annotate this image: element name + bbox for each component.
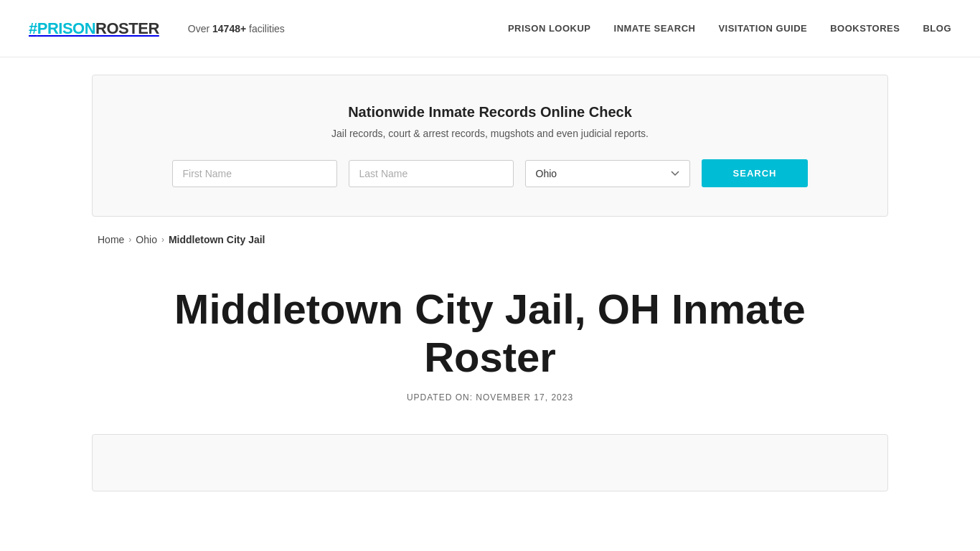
updated-label: UPDATED ON: NOVEMBER 17, 2023: [106, 392, 874, 402]
nav-prison-lookup[interactable]: PRISON LOOKUP: [508, 23, 591, 34]
main-nav: PRISON LOOKUP INMATE SEARCH VISITATION G…: [508, 23, 951, 34]
logo[interactable]: #PRISONROSTER: [29, 19, 159, 38]
breadcrumb-separator-1: ›: [128, 235, 131, 245]
nav-visitation-guide[interactable]: VISITATION GUIDE: [718, 23, 807, 34]
page-title: Middletown City Jail, OH Inmate Roster: [106, 286, 874, 381]
state-select[interactable]: Ohio Alabama Alaska Arizona Arkansas Cal…: [525, 160, 690, 187]
search-banner-title: Nationwide Inmate Records Online Check: [136, 104, 844, 121]
breadcrumb: Home › Ohio › Middletown City Jail: [92, 234, 888, 245]
breadcrumb-separator-2: ›: [161, 235, 164, 245]
logo-roster: ROSTER: [95, 19, 159, 38]
site-header: #PRISONROSTER Over 14748+ facilities PRI…: [0, 0, 980, 57]
facilities-count-text: Over 14748+ facilities: [188, 23, 285, 34]
breadcrumb-home[interactable]: Home: [98, 234, 124, 245]
page-title-section: Middletown City Jail, OH Inmate Roster U…: [92, 257, 888, 417]
logo-hash: #: [29, 19, 37, 38]
breadcrumb-current: Middletown City Jail: [169, 234, 265, 245]
nav-bookstores[interactable]: BOOKSTORES: [830, 23, 900, 34]
facilities-number: 14748+: [212, 23, 246, 34]
search-banner: Nationwide Inmate Records Online Check J…: [92, 75, 888, 217]
search-button[interactable]: SEARCH: [702, 159, 809, 187]
content-card: [92, 434, 888, 491]
search-banner-subtitle: Jail records, court & arrest records, mu…: [136, 128, 844, 139]
first-name-input[interactable]: [172, 160, 337, 187]
facilities-suffix: facilities: [246, 23, 285, 34]
last-name-input[interactable]: [349, 160, 514, 187]
nav-blog[interactable]: BLOG: [923, 23, 951, 34]
nav-inmate-search[interactable]: INMATE SEARCH: [614, 23, 696, 34]
breadcrumb-state[interactable]: Ohio: [136, 234, 157, 245]
search-form: Ohio Alabama Alaska Arizona Arkansas Cal…: [136, 159, 844, 187]
logo-prison: PRISON: [37, 19, 95, 38]
